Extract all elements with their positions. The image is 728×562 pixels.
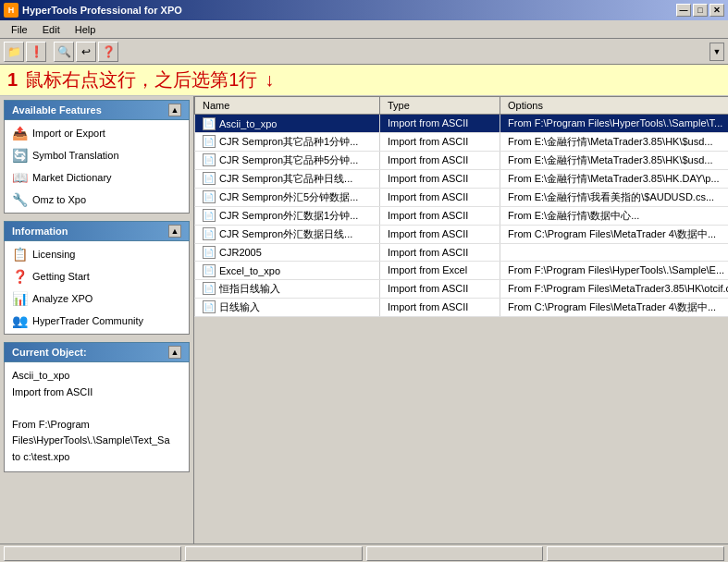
title-text: HyperTools Professional for XPO xyxy=(22,5,182,16)
cell-options: From E:\金融行情\MetaTrader3.85\HK.DAY\p... xyxy=(500,169,729,188)
cell-name: 📄Ascii_to_xpo xyxy=(195,115,380,133)
toolbar: 📁 ❗ 🔍 ↩ ❓ ▼ xyxy=(0,39,728,65)
sidebar-item-getting-start[interactable]: ❓ Getting Start xyxy=(5,265,189,287)
content-wrapper: Name Type Options 📄Ascii_to_xpoImport fr… xyxy=(194,96,728,544)
table-row[interactable]: 📄CJR Sempron外汇5分钟数据...Import from ASCIIF… xyxy=(195,188,729,206)
menu-help[interactable]: Help xyxy=(68,22,104,37)
close-button[interactable]: ✕ xyxy=(709,4,724,17)
sidebar-item-licensing[interactable]: 📋 Licensing xyxy=(5,243,189,265)
licensing-icon: 📋 xyxy=(12,247,27,262)
cell-name: 📄Excel_to_xpo xyxy=(195,262,380,280)
table-row[interactable]: 📄CJR Sempron其它品种1分钟...Import from ASCIIF… xyxy=(195,132,729,151)
current-object-content: Ascii_to_xpo Import from ASCII From F:\P… xyxy=(4,362,190,472)
file-icon: 📄 xyxy=(203,135,216,148)
toolbar-open-button[interactable]: 📁 xyxy=(4,42,24,62)
file-icon: 📄 xyxy=(203,117,216,130)
cell-options: From C:\Program Files\MetaTrader 4\数据中..… xyxy=(500,298,729,316)
cell-name: 📄日线输入 xyxy=(195,298,380,316)
file-icon: 📄 xyxy=(203,172,216,185)
cell-name: 📄CJR2005 xyxy=(195,243,380,262)
cell-name: 📄CJR Sempron其它品种5分钟... xyxy=(195,151,380,169)
sidebar-item-market-dictionary[interactable]: 📖 Market Dictionary xyxy=(5,166,189,189)
menu-edit[interactable]: Edit xyxy=(35,22,68,37)
cell-type: Import from ASCII xyxy=(380,243,500,262)
current-object-header[interactable]: Current Object: ▲ xyxy=(4,342,190,362)
col-type[interactable]: Type xyxy=(380,97,500,115)
cell-options: From E:\金融行情\我看美指的\$AUDUSD.cs... xyxy=(500,188,729,206)
cell-type: Import from ASCII xyxy=(380,115,500,133)
sidebar-item-import-export[interactable]: 📤 Import or Export xyxy=(5,122,189,144)
table-row[interactable]: 📄Excel_to_xpoImport from ExcelFrom F:\Pr… xyxy=(195,262,729,280)
toolbar-back-button[interactable]: ↩ xyxy=(76,42,96,62)
sidebar-item-omz-to-xpo[interactable]: 🔧 Omz to Xpo xyxy=(5,189,189,211)
information-header[interactable]: Information ▲ xyxy=(4,221,190,241)
cell-type: Import from ASCII xyxy=(380,188,500,206)
status-segment-3 xyxy=(366,546,544,561)
cell-type: Import from ASCII xyxy=(380,279,500,298)
main-area: Available Features ▲ 📤 Import or Export … xyxy=(0,96,728,544)
current-object-path-1: From F:\Program xyxy=(12,417,181,434)
symbol-translation-icon: 🔄 xyxy=(12,148,27,163)
menu-bar: File Edit Help xyxy=(0,20,728,39)
sidebar-item-hypertrader-community[interactable]: 👥 HyperTrader Community xyxy=(5,310,189,332)
toolbar-alert-button[interactable]: ❗ xyxy=(26,42,46,62)
analyze-xpo-icon: 📊 xyxy=(12,291,27,306)
table-row[interactable]: 📄Ascii_to_xpoImport from ASCIIFrom F:\Pr… xyxy=(195,115,729,133)
status-segment-1 xyxy=(4,546,181,561)
sidebar-item-symbol-translation[interactable]: 🔄 Symbol Translation xyxy=(5,144,189,166)
table-row[interactable]: 📄日线输入Import from ASCIIFrom C:\Program Fi… xyxy=(195,298,729,316)
features-collapse-button[interactable]: ▲ xyxy=(168,104,181,116)
features-section: Available Features ▲ 📤 Import or Export … xyxy=(4,100,190,214)
information-collapse-button[interactable]: ▲ xyxy=(168,225,181,238)
table-row[interactable]: 📄CJR Sempron其它品种日线...Import from ASCIIFr… xyxy=(195,169,729,188)
maximize-button[interactable]: □ xyxy=(693,4,708,17)
instruction-text: 鼠标右点这行，之后选第1行 xyxy=(25,67,257,92)
sidebar-item-analyze-xpo[interactable]: 📊 Analyze XPO xyxy=(5,287,189,310)
cell-type: Import from ASCII xyxy=(380,169,500,188)
cell-options: From E:\金融行情\数据中心... xyxy=(500,206,729,225)
table-row[interactable]: 📄CJR Sempron外汇数据日线...Import from ASCIIFr… xyxy=(195,225,729,243)
cell-options: From F:\Program Files\HyperTools\.\Sampl… xyxy=(500,262,729,280)
toolbar-dropdown-button[interactable]: ▼ xyxy=(709,43,724,61)
file-icon: 📄 xyxy=(203,190,216,203)
cell-type: Import from ASCII xyxy=(380,151,500,169)
menu-file[interactable]: File xyxy=(4,22,35,37)
status-bar xyxy=(0,544,728,562)
file-icon: 📄 xyxy=(203,227,216,240)
cell-name: 📄CJR Sempron其它品种1分钟... xyxy=(195,132,380,151)
cell-name: 📄CJR Sempron外汇数据日线... xyxy=(195,225,380,243)
toolbar-help-button[interactable]: ❓ xyxy=(98,42,118,62)
table-row[interactable]: 📄恒指日线输入Import from ASCIIFrom F:\Program … xyxy=(195,279,729,298)
table-row[interactable]: 📄CJR Sempron外汇数据1分钟...Import from ASCIIF… xyxy=(195,206,729,225)
file-icon: 📄 xyxy=(203,282,216,295)
cell-name: 📄CJR Sempron其它品种日线... xyxy=(195,169,380,188)
table-row[interactable]: 📄CJR2005Import from ASCII xyxy=(195,243,729,262)
features-header[interactable]: Available Features ▲ xyxy=(4,100,190,120)
instruction-bar: 1 鼠标右点这行，之后选第1行 ↓ xyxy=(0,65,728,96)
cell-type: Import from ASCII xyxy=(380,132,500,151)
file-icon: 📄 xyxy=(203,264,216,277)
status-segment-4 xyxy=(547,546,724,561)
table-scroll-area[interactable]: Name Type Options 📄Ascii_to_xpoImport fr… xyxy=(194,96,728,544)
toolbar-search-button[interactable]: 🔍 xyxy=(54,42,74,62)
minimize-button[interactable]: — xyxy=(676,4,691,17)
cell-options: From F:\Program Files\HyperTools\.\Sampl… xyxy=(500,115,729,133)
current-object-name: Ascii_to_xpo xyxy=(12,368,181,385)
status-segment-2 xyxy=(185,546,363,561)
table-row[interactable]: 📄CJR Sempron其它品种5分钟...Import from ASCIIF… xyxy=(195,151,729,169)
cell-options: From C:\Program Files\MetaTrader 4\数据中..… xyxy=(500,225,729,243)
col-options[interactable]: Options xyxy=(500,97,729,115)
file-icon: 📄 xyxy=(203,300,216,313)
cell-name: 📄CJR Sempron外汇5分钟数据... xyxy=(195,188,380,206)
col-name[interactable]: Name xyxy=(195,97,380,115)
data-table: Name Type Options 📄Ascii_to_xpoImport fr… xyxy=(194,96,728,317)
cell-type: Import from ASCII xyxy=(380,225,500,243)
current-object-collapse-button[interactable]: ▲ xyxy=(168,346,181,359)
cell-options: From F:\Program Files\MetaTrader3.85\HK\… xyxy=(500,279,729,298)
cell-options: From E:\金融行情\MetaTrader3.85\HK\$usd... xyxy=(500,151,729,169)
getting-start-icon: ❓ xyxy=(12,269,27,284)
sidebar: Available Features ▲ 📤 Import or Export … xyxy=(0,96,194,544)
cell-options: From E:\金融行情\MetaTrader3.85\HK\$usd... xyxy=(500,132,729,151)
cell-options xyxy=(500,243,729,262)
cell-name: 📄CJR Sempron外汇数据1分钟... xyxy=(195,206,380,225)
